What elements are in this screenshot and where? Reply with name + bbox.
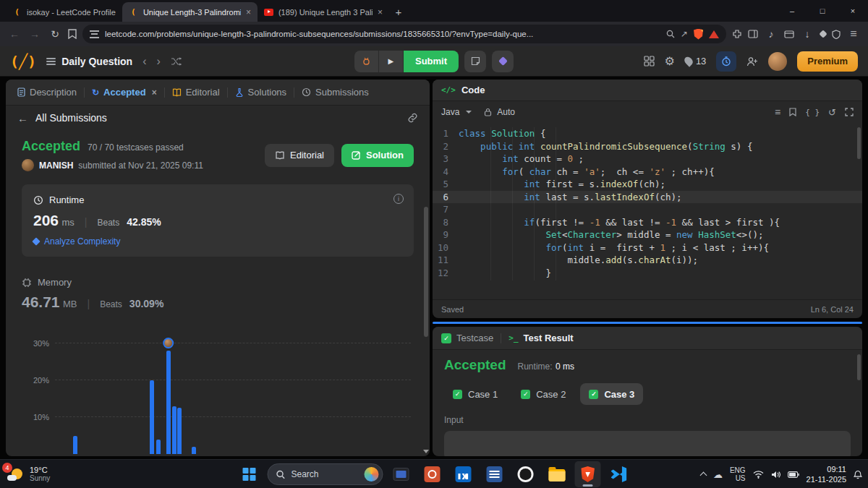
vpn-shield-icon[interactable]	[832, 30, 841, 39]
tab-solutions[interactable]: Solutions	[229, 80, 292, 105]
scroll-down-icon[interactable]	[423, 450, 429, 453]
case-2-button[interactable]: ✓ Case 2	[512, 383, 574, 405]
battery-icon[interactable]	[788, 471, 799, 478]
code-line[interactable]: 4 for( char ch = 'a'; ch <= 'z' ; ch++){	[433, 166, 862, 179]
browser-tab-problem[interactable]: ( Unique Length-3 Palindromic Su ×	[122, 2, 258, 22]
chart-bar[interactable]	[156, 440, 161, 454]
streak-counter[interactable]: 13	[685, 56, 706, 67]
daily-question-nav[interactable]: Daily Question	[46, 56, 132, 67]
format-icon[interactable]: ≡	[775, 106, 780, 118]
maximize-button[interactable]: □	[807, 0, 838, 22]
chart-bar[interactable]	[166, 351, 171, 454]
panel-splitter[interactable]	[433, 322, 862, 324]
brave-shields-icon[interactable]	[694, 29, 703, 40]
chart-bar[interactable]	[192, 447, 196, 454]
premium-button[interactable]: Premium	[797, 51, 858, 72]
code-line[interactable]: 8 if(first != -1 && last != -1 && last >…	[433, 216, 862, 229]
code-line[interactable]: 2 public int countPalindromicSubsequence…	[433, 140, 862, 153]
code-line[interactable]: 10 for(int i = first + 1 ; i < last ; i+…	[433, 241, 862, 254]
leo-ai-icon[interactable]	[819, 30, 827, 38]
back-icon[interactable]: ←	[7, 29, 22, 39]
analyze-complexity-link[interactable]: Analyze Complexity	[33, 236, 402, 247]
runtime-card[interactable]: Runtime i 206 ms | Beats 42.85% Analyze …	[22, 184, 414, 257]
app-github[interactable]	[513, 461, 539, 487]
tab-editorial[interactable]: Editorial	[166, 80, 226, 105]
all-submissions-link[interactable]: All Submissions	[35, 112, 107, 124]
app-monitor[interactable]	[388, 461, 414, 487]
debugger-button[interactable]	[354, 51, 379, 72]
chart-bar[interactable]	[172, 406, 176, 454]
reset-code-icon[interactable]: ↺	[828, 107, 836, 118]
solution-button[interactable]: Solution	[341, 144, 414, 167]
reload-icon[interactable]: ↻	[48, 29, 62, 39]
forward-icon[interactable]: →	[27, 29, 42, 39]
extensions-icon[interactable]	[732, 29, 742, 39]
timer-button[interactable]	[716, 51, 736, 72]
clock[interactable]: 09:11 21-11-2025	[807, 464, 846, 484]
code-line[interactable]: 12 }	[433, 267, 862, 280]
onedrive-cloud-icon[interactable]: ☁	[713, 470, 723, 479]
language-selector[interactable]: Java	[441, 107, 459, 117]
wallet-icon[interactable]	[784, 30, 794, 38]
new-tab-button[interactable]: +	[389, 2, 408, 21]
next-problem-icon[interactable]: ›	[156, 55, 160, 68]
tray-expand-icon[interactable]	[699, 472, 707, 479]
tab-accepted[interactable]: ↻ Accepted ×	[86, 80, 163, 105]
code-line[interactable]: 6 int last = s.lastIndexOf(ch);	[433, 191, 862, 204]
taskbar-search[interactable]: Search	[268, 463, 383, 485]
memory-block[interactable]: Memory 46.71 MB | Beats 30.09%	[22, 277, 414, 311]
submit-button[interactable]: Submit	[404, 51, 459, 72]
minimize-button[interactable]: –	[777, 0, 807, 22]
app-vscode[interactable]	[606, 461, 632, 487]
run-button[interactable]: ▶	[379, 51, 404, 72]
case-1-button[interactable]: ✓ Case 1	[444, 383, 506, 405]
app-file-explorer[interactable]	[544, 461, 570, 487]
auto-save-label[interactable]: Auto	[497, 107, 515, 117]
browser-tab-profile[interactable]: ( isokay - LeetCode Profile	[6, 2, 122, 22]
start-button[interactable]	[237, 461, 263, 487]
code-line[interactable]: 5 int first = s.indexOf(ch);	[433, 178, 862, 191]
share-icon[interactable]: ↗	[681, 30, 688, 38]
app-word[interactable]	[482, 461, 508, 487]
notes-button[interactable]	[464, 51, 486, 72]
invite-user-icon[interactable]	[746, 56, 758, 67]
volume-icon[interactable]	[771, 471, 780, 479]
chart-bar[interactable]	[73, 436, 77, 455]
layout-grid-icon[interactable]	[644, 56, 655, 67]
prev-problem-icon[interactable]: ‹	[142, 55, 146, 68]
braces-icon[interactable]: { }	[805, 108, 820, 117]
ai-assistant-button[interactable]	[492, 51, 514, 72]
tab-close-icon[interactable]: ×	[152, 87, 157, 98]
test-scrollbar-thumb[interactable]	[857, 354, 861, 380]
tab-description[interactable]: Description	[12, 80, 82, 105]
close-button[interactable]: ×	[838, 0, 868, 22]
zoom-icon[interactable]	[666, 30, 675, 38]
tab-close-icon[interactable]: ×	[378, 7, 383, 17]
app-powerpoint[interactable]	[420, 461, 446, 487]
bookmark-icon[interactable]	[68, 29, 77, 39]
user-avatar[interactable]	[768, 52, 787, 71]
url-bar[interactable]: leetcode.com/problems/unique-length-3-pa…	[82, 25, 726, 43]
wifi-icon[interactable]	[753, 471, 764, 479]
chart-bar[interactable]	[177, 408, 182, 454]
language-indicator[interactable]: ENG US	[730, 466, 746, 482]
code-line[interactable]: 1class Solution {	[433, 127, 862, 140]
code-line[interactable]: 7	[433, 203, 862, 216]
code-editor[interactable]: 1class Solution {2 public int countPalin…	[433, 123, 862, 299]
leetcode-logo[interactable]: (╱)	[10, 53, 36, 70]
scrollbar-thumb[interactable]	[424, 207, 428, 337]
site-settings-icon[interactable]	[90, 30, 99, 38]
app-brave[interactable]	[575, 461, 601, 487]
menu-icon[interactable]: ≡	[846, 28, 861, 40]
left-scrollbar[interactable]	[424, 134, 428, 445]
testcase-input-field[interactable]	[444, 431, 851, 456]
tab-test-result[interactable]: >_ Test Result	[509, 333, 573, 343]
tab-submissions[interactable]: Submissions	[296, 80, 375, 105]
code-line[interactable]: 9 Set<Character> middle = new HashSet<>(…	[433, 228, 862, 241]
chart-bar[interactable]	[150, 380, 154, 454]
downloads-icon[interactable]: ↓	[800, 29, 814, 39]
code-line[interactable]: 3 int count = 0 ;	[433, 153, 862, 166]
tab-testcase[interactable]: ✓ Testcase	[441, 333, 493, 343]
fullscreen-icon[interactable]	[845, 108, 854, 116]
editor-scrollbar-thumb[interactable]	[857, 127, 861, 159]
